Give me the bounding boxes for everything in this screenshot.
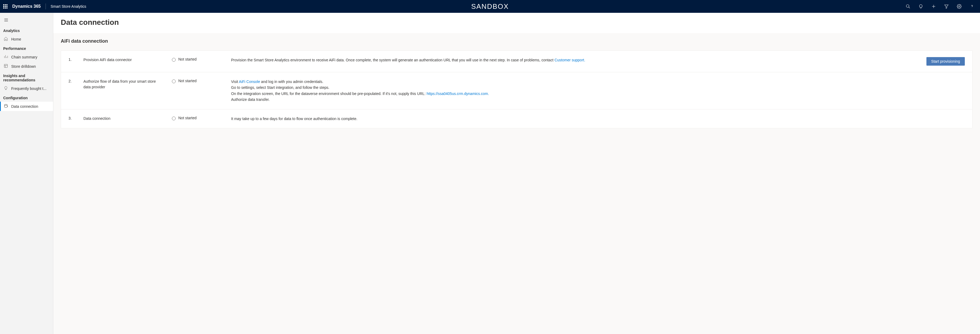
dataconn-icon — [4, 104, 8, 109]
store-icon — [4, 64, 8, 69]
top-bar: Dynamics 365 Smart Store Analytics SANDB… — [0, 0, 980, 13]
sidebar-item-home[interactable]: Home — [0, 34, 53, 44]
step-description: Provision the Smart Store Analytics envi… — [231, 57, 908, 63]
step-title: Provision AiFi data connector — [83, 57, 169, 63]
sidebar: AnalyticsHomePerformanceChain summarySto… — [0, 13, 53, 334]
gear-icon[interactable] — [956, 4, 962, 9]
chart-icon — [4, 54, 8, 59]
step-title: Authorize flow of data from your smart s… — [83, 79, 169, 90]
sidebar-item-label: Data connection — [11, 104, 38, 109]
search-icon[interactable] — [905, 4, 911, 9]
step-number: 2. — [68, 79, 80, 83]
step-description: Visit AiFi Console and log in with you a… — [231, 79, 908, 103]
app-launcher-icon[interactable] — [3, 4, 8, 8]
plus-icon[interactable] — [931, 4, 936, 9]
step-status: Not started — [172, 116, 228, 120]
step-description: It may take up to a few days for data to… — [231, 116, 908, 121]
step-number: 3. — [68, 116, 80, 120]
home-icon — [4, 37, 8, 42]
step-row: 3.Data connectionNot startedIt may take … — [61, 109, 972, 128]
svg-line-1 — [908, 7, 910, 8]
sidebar-section-label: Insights and recommendations — [0, 71, 53, 84]
status-circle-icon — [172, 117, 176, 120]
environment-badge: SANDBOX — [471, 2, 509, 11]
page-title: Data connection — [61, 18, 972, 27]
sidebar-section-label: Configuration — [0, 93, 53, 102]
sidebar-item-chain-summary[interactable]: Chain summary — [0, 52, 53, 62]
step-row: 1.Provision AiFi data connectorNot start… — [61, 51, 972, 72]
link[interactable]: Customer support. — [554, 58, 585, 62]
brand-label[interactable]: Dynamics 365 — [12, 4, 41, 9]
step-number: 1. — [68, 57, 80, 62]
sidebar-section-label: Analytics — [0, 26, 53, 34]
status-circle-icon — [172, 58, 176, 62]
svg-marker-4 — [945, 5, 948, 8]
section-title: AiFi data connection — [61, 38, 972, 44]
step-row: 2.Authorize flow of data from your smart… — [61, 72, 972, 109]
svg-point-5 — [959, 6, 960, 7]
step-status: Not started — [172, 79, 228, 83]
svg-point-0 — [906, 5, 909, 8]
svg-point-17 — [5, 104, 8, 105]
steps-card: 1.Provision AiFi data connectorNot start… — [61, 50, 972, 128]
sidebar-item-data-connection[interactable]: Data connection — [0, 102, 53, 111]
link[interactable]: AiFi Console — [239, 80, 260, 84]
lightbulb-icon[interactable] — [918, 4, 923, 9]
step-action: Start provisioning — [912, 57, 965, 66]
bulb-icon — [4, 86, 8, 91]
sidebar-item-label: Frequently bought t... — [11, 86, 46, 91]
sidebar-item-label: Store drilldown — [11, 64, 36, 69]
step-status-label: Not started — [178, 57, 196, 61]
help-icon[interactable] — [969, 4, 975, 9]
svg-rect-14 — [4, 64, 8, 67]
sidebar-item-frequently-bought-t[interactable]: Frequently bought t... — [0, 84, 53, 93]
app-name-label[interactable]: Smart Store Analytics — [51, 4, 86, 8]
main-content: Data connection AiFi data connection 1.P… — [53, 13, 980, 334]
step-title: Data connection — [83, 116, 169, 121]
hamburger-icon[interactable] — [0, 15, 53, 26]
step-status-label: Not started — [178, 116, 196, 120]
step-status-label: Not started — [178, 79, 196, 83]
sidebar-section-label: Performance — [0, 44, 53, 52]
link[interactable]: https://ssa0405us.crm.dynamics.com. — [427, 91, 489, 96]
start-provisioning-button[interactable]: Start provisioning — [926, 57, 965, 66]
filter-icon[interactable] — [944, 4, 949, 9]
step-status: Not started — [172, 57, 228, 62]
sidebar-item-store-drilldown[interactable]: Store drilldown — [0, 62, 53, 71]
sidebar-item-label: Chain summary — [11, 55, 37, 59]
sidebar-item-label: Home — [11, 37, 21, 42]
status-circle-icon — [172, 80, 176, 83]
